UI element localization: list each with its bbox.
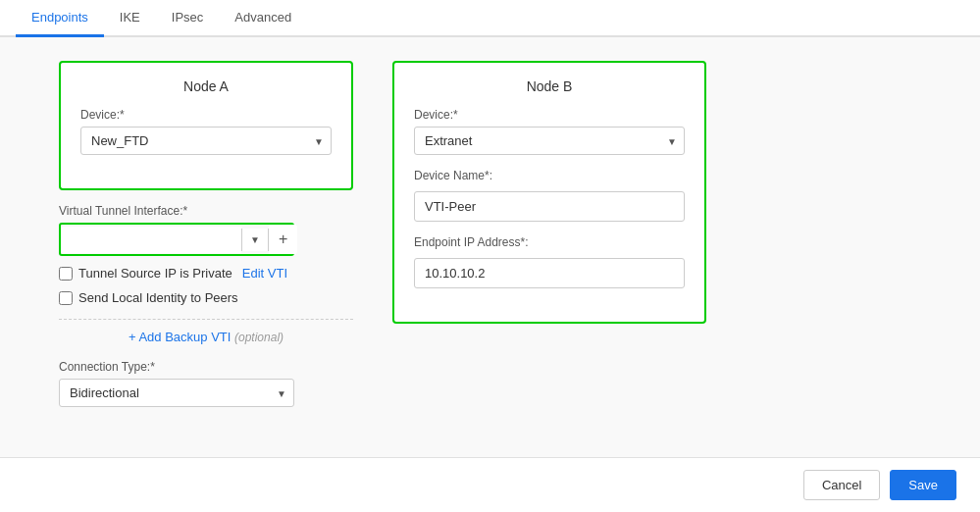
node-b-device-name-section: Device Name*: [414,169,685,222]
node-b-panel: Node B Device:* Extranet ▼ Device Name*: [392,61,706,324]
node-a-device-section: Device:* New_FTD ▼ [80,108,332,155]
node-a-section: Node A Device:* New_FTD ▼ Virt [59,61,353,407]
node-a-device-label: Device:* [80,108,332,122]
page-container: Endpoints IKE IPsec Advanced Node A Devi… [0,0,980,512]
node-b-endpoint-ip-input[interactable] [414,258,685,288]
connection-type-select-wrapper: Bidirectional ▼ [59,379,294,407]
footer: Cancel Save [0,457,980,512]
connection-type-section: Connection Type:* Bidirectional ▼ [59,360,353,407]
node-a-vti-add-button[interactable]: + [269,225,297,254]
add-backup-optional: (optional) [234,331,284,344]
save-button[interactable]: Save [890,470,956,500]
tab-endpoints[interactable]: Endpoints [16,0,104,37]
node-a-vti-dropdown-btn[interactable]: ▼ [241,229,269,251]
node-a-vti-input-group: ▼ + [59,223,294,256]
edit-vti-link[interactable]: Edit VTI [242,266,287,281]
nodes-row: Node A Device:* New_FTD ▼ Virt [59,61,921,407]
node-b-device-label: Device:* [414,108,685,122]
send-local-checkbox[interactable] [59,291,73,305]
tab-ike[interactable]: IKE [104,0,156,37]
node-b-title: Node B [414,78,685,94]
tab-bar: Endpoints IKE IPsec Advanced [0,0,980,37]
node-b-device-name-input[interactable] [414,191,685,222]
node-b-endpoint-ip-label: Endpoint IP Address*: [414,235,685,249]
tunnel-source-checkbox-row: Tunnel Source IP is Private Edit VTI [59,266,353,281]
main-content: Node A Device:* New_FTD ▼ Virt [0,37,980,457]
node-b-device-section: Device:* Extranet ▼ [414,108,685,155]
tab-ipsec[interactable]: IPsec [156,0,220,37]
node-a-device-select-wrapper: New_FTD ▼ [80,127,332,155]
cancel-button[interactable]: Cancel [803,470,880,500]
node-a-vti-input[interactable] [61,227,241,253]
connection-type-label: Connection Type:* [59,360,353,374]
node-b-device-select[interactable]: Extranet [414,127,685,155]
connection-type-select[interactable]: Bidirectional [59,379,294,407]
node-a-vti-label: Virtual Tunnel Interface:* [59,204,353,218]
add-backup-row: + Add Backup VTI (optional) [59,319,353,344]
node-b-endpoint-ip-section: Endpoint IP Address*: [414,235,685,288]
node-b-device-select-wrapper: Extranet ▼ [414,127,685,155]
send-local-checkbox-row: Send Local Identity to Peers [59,290,353,305]
node-a-title: Node A [80,78,332,94]
tab-advanced[interactable]: Advanced [219,0,307,37]
tunnel-source-checkbox[interactable] [59,267,73,281]
node-a-panel: Node A Device:* New_FTD ▼ [59,61,353,190]
send-local-label: Send Local Identity to Peers [78,290,238,305]
tunnel-source-label: Tunnel Source IP is Private [78,266,232,281]
node-b-device-name-label: Device Name*: [414,169,685,182]
add-backup-vti-button[interactable]: + Add Backup VTI (optional) [129,330,284,344]
node-a-vti-section: Virtual Tunnel Interface:* ▼ + [59,204,353,256]
node-a-device-select[interactable]: New_FTD [80,127,332,155]
